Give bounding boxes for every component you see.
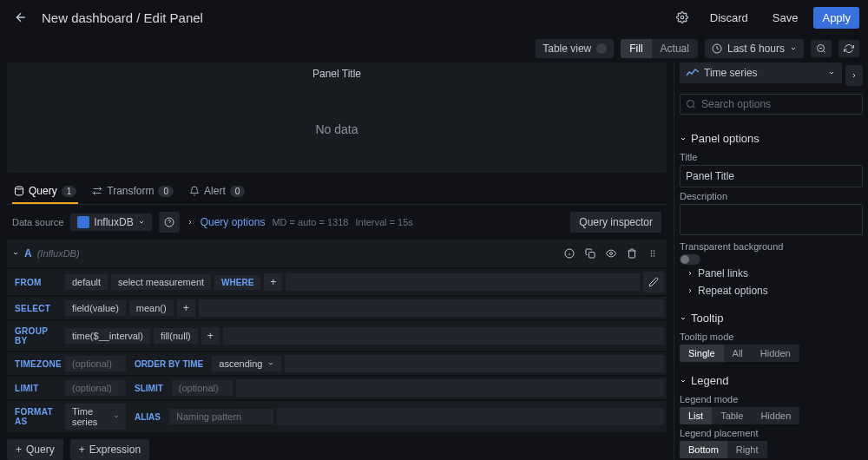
breadcrumb: New dashboard / Edit Panel	[42, 10, 203, 25]
repeat-options-label: Repeat options	[698, 285, 768, 297]
query-letter[interactable]: A	[24, 247, 32, 260]
section-panel-options[interactable]: Panel options	[680, 128, 863, 148]
visualization-picker[interactable]: Time series	[680, 62, 842, 83]
chevron-down-icon	[138, 219, 145, 226]
groupby-fill[interactable]: fill(null)	[154, 328, 198, 344]
limit-input[interactable]	[65, 380, 126, 396]
apply-button[interactable]: Apply	[813, 7, 859, 29]
chevron-down-icon	[680, 315, 687, 322]
legend-mode-list[interactable]: List	[680, 407, 712, 424]
section-tooltip[interactable]: Tooltip	[680, 308, 863, 328]
info-icon	[564, 248, 575, 259]
plus-icon: +	[79, 444, 85, 456]
chevron-down-icon	[828, 69, 835, 76]
query-inspector-button[interactable]: Query inspector	[570, 212, 661, 233]
tab-transform-count: 0	[158, 186, 174, 197]
section-panel-options-label: Panel options	[691, 132, 760, 145]
limit-label: LIMIT	[10, 381, 62, 396]
interval-info: Interval = 15s	[355, 217, 412, 227]
chevron-down-icon[interactable]	[12, 250, 19, 257]
select-add-button[interactable]: +	[177, 299, 195, 317]
legend-placement-label: Legend placement	[680, 428, 863, 438]
table-view-toggle[interactable]: Table view	[536, 39, 614, 58]
trash-icon	[627, 248, 637, 259]
settings-icon[interactable]	[670, 5, 694, 30]
legend-placement-right[interactable]: Right	[727, 441, 767, 458]
chevron-down-icon	[680, 378, 687, 384]
panel-preview: Panel Title No data	[7, 62, 667, 173]
tab-transform-label: Transform	[107, 185, 154, 197]
data-source-help-button[interactable]	[159, 212, 180, 233]
table-view-label: Table view	[542, 43, 591, 55]
query-options-link[interactable]: Query options	[201, 216, 266, 228]
panel-links-label: Panel links	[698, 267, 748, 279]
timezone-label: TIMEZONE	[10, 357, 62, 371]
drag-query-handle[interactable]	[644, 245, 661, 262]
time-range-label: Last 6 hours	[727, 43, 785, 55]
search-options-box[interactable]	[680, 94, 863, 115]
search-options-input[interactable]	[701, 98, 857, 110]
tab-transform[interactable]: Transform 0	[90, 180, 175, 204]
chevron-right-icon	[187, 219, 194, 226]
svg-point-14	[687, 101, 694, 108]
slimit-input[interactable]	[172, 380, 233, 396]
title-field-label: Title	[680, 152, 863, 162]
formatas-select[interactable]: Time series	[65, 404, 126, 430]
fill-option[interactable]: Fill	[621, 39, 651, 58]
title-input[interactable]	[680, 165, 863, 187]
tooltip-mode-single[interactable]: Single	[680, 345, 724, 362]
zoom-out-button[interactable]	[811, 40, 832, 57]
tab-query-count: 1	[62, 186, 77, 197]
section-legend[interactable]: Legend	[680, 371, 863, 391]
data-source-name: InfluxDB	[94, 216, 133, 228]
duplicate-query-button[interactable]	[582, 245, 599, 262]
alias-input[interactable]	[169, 409, 273, 424]
sub-panel-links[interactable]: Panel links	[680, 265, 863, 282]
from-policy[interactable]: default	[65, 274, 108, 290]
from-label: FROM	[10, 275, 62, 290]
help-icon	[164, 217, 174, 227]
timezone-input[interactable]	[65, 356, 126, 371]
tab-alert[interactable]: Alert 0	[187, 180, 247, 204]
sub-repeat-options[interactable]: Repeat options	[680, 282, 863, 299]
svg-point-9	[654, 250, 655, 252]
svg-point-7	[610, 253, 613, 255]
where-add-button[interactable]: +	[264, 273, 282, 291]
legend-mode-table[interactable]: Table	[712, 407, 752, 424]
tab-query[interactable]: Query 1	[12, 180, 78, 204]
panel-title: Panel Title	[7, 62, 667, 85]
select-mean[interactable]: mean()	[129, 300, 174, 316]
save-button[interactable]: Save	[764, 7, 807, 29]
orderby-select[interactable]: ascending	[212, 356, 281, 371]
tooltip-mode-all[interactable]: All	[724, 345, 752, 362]
search-icon	[686, 99, 696, 109]
legend-mode-hidden[interactable]: Hidden	[752, 407, 799, 424]
svg-point-13	[654, 255, 655, 257]
refresh-button[interactable]	[838, 40, 859, 57]
groupby-add-button[interactable]: +	[201, 327, 220, 345]
tab-alert-label: Alert	[204, 185, 226, 197]
from-measurement[interactable]: select measurement	[111, 274, 211, 290]
groupby-time[interactable]: time($__interval)	[65, 328, 150, 344]
tooltip-mode-hidden[interactable]: Hidden	[752, 345, 799, 362]
back-button[interactable]	[9, 5, 33, 30]
data-source-select[interactable]: InfluxDB	[70, 214, 151, 231]
alias-label: ALIAS	[129, 410, 166, 424]
query-help-button[interactable]	[561, 245, 578, 262]
discard-button[interactable]: Discard	[701, 7, 757, 29]
description-input[interactable]	[680, 204, 863, 235]
toggle-text-edit-button[interactable]	[643, 272, 664, 292]
time-range-picker[interactable]: Last 6 hours	[705, 39, 804, 58]
chevron-down-icon	[267, 360, 274, 367]
select-field[interactable]: field(value)	[65, 300, 126, 316]
add-expression-button[interactable]: + Expression	[70, 439, 149, 460]
formatas-label: FORMAT AS	[10, 404, 62, 429]
delete-query-button[interactable]	[623, 245, 641, 262]
legend-mode-label: Legend mode	[680, 394, 863, 404]
visualization-next-button[interactable]	[845, 65, 863, 86]
add-query-button[interactable]: + Query	[7, 439, 63, 460]
transparent-bg-toggle[interactable]	[680, 254, 700, 265]
toggle-query-button[interactable]	[602, 245, 620, 262]
legend-placement-bottom[interactable]: Bottom	[680, 441, 727, 458]
actual-option[interactable]: Actual	[652, 39, 698, 58]
